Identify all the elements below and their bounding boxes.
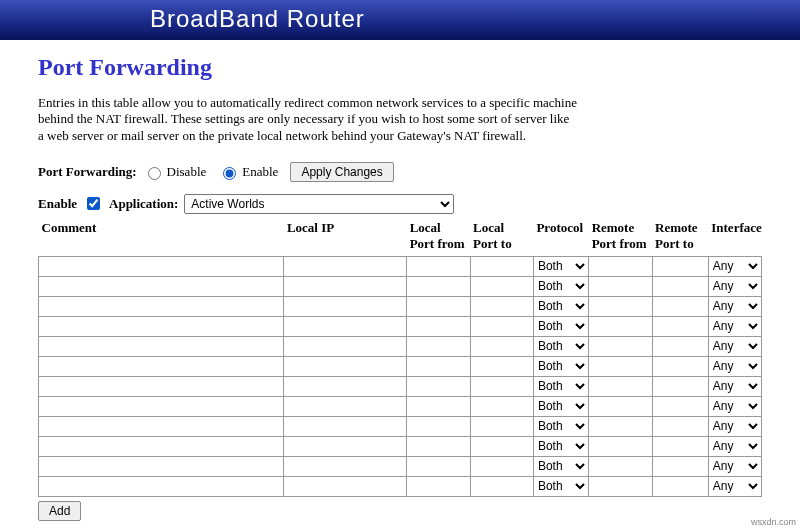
comment-input[interactable] bbox=[39, 317, 283, 336]
remote-port-from-input[interactable] bbox=[589, 477, 651, 496]
comment-input[interactable] bbox=[39, 437, 283, 456]
protocol-select[interactable]: Both bbox=[534, 398, 588, 414]
comment-input[interactable] bbox=[39, 377, 283, 396]
remote-port-from-input[interactable] bbox=[589, 297, 651, 316]
local-port-from-input[interactable] bbox=[407, 477, 469, 496]
comment-input[interactable] bbox=[39, 457, 283, 476]
local-port-to-input[interactable] bbox=[471, 317, 533, 336]
comment-input[interactable] bbox=[39, 477, 283, 496]
local-port-to-input[interactable] bbox=[471, 377, 533, 396]
interface-select[interactable]: Any bbox=[709, 318, 761, 334]
local-port-from-input[interactable] bbox=[407, 277, 469, 296]
comment-input[interactable] bbox=[39, 297, 283, 316]
remote-port-to-input[interactable] bbox=[653, 397, 708, 416]
interface-select[interactable]: Any bbox=[709, 378, 761, 394]
protocol-select[interactable]: Both bbox=[534, 478, 588, 494]
remote-port-to-input[interactable] bbox=[653, 377, 708, 396]
pf-enable-radio[interactable] bbox=[223, 167, 236, 180]
interface-select[interactable]: Any bbox=[709, 478, 761, 494]
local-ip-input[interactable] bbox=[284, 317, 406, 336]
protocol-select[interactable]: Both bbox=[534, 338, 588, 354]
interface-select[interactable]: Any bbox=[709, 298, 761, 314]
local-ip-input[interactable] bbox=[284, 437, 406, 456]
local-ip-input[interactable] bbox=[284, 277, 406, 296]
comment-input[interactable] bbox=[39, 357, 283, 376]
local-port-to-input[interactable] bbox=[471, 337, 533, 356]
local-ip-input[interactable] bbox=[284, 477, 406, 496]
interface-select[interactable]: Any bbox=[709, 438, 761, 454]
interface-select[interactable]: Any bbox=[709, 398, 761, 414]
local-port-from-input[interactable] bbox=[407, 297, 469, 316]
local-port-to-input[interactable] bbox=[471, 257, 533, 276]
remote-port-from-input[interactable] bbox=[589, 437, 651, 456]
remote-port-to-input[interactable] bbox=[653, 257, 708, 276]
protocol-select[interactable]: Both bbox=[534, 418, 588, 434]
local-port-from-input[interactable] bbox=[407, 337, 469, 356]
local-ip-input[interactable] bbox=[284, 457, 406, 476]
remote-port-to-input[interactable] bbox=[653, 457, 708, 476]
local-ip-input[interactable] bbox=[284, 377, 406, 396]
local-port-to-input[interactable] bbox=[471, 357, 533, 376]
pf-disable-radio[interactable] bbox=[148, 167, 161, 180]
local-port-to-input[interactable] bbox=[471, 277, 533, 296]
remote-port-to-input[interactable] bbox=[653, 277, 708, 296]
remote-port-from-input[interactable] bbox=[589, 277, 651, 296]
local-port-to-input[interactable] bbox=[471, 477, 533, 496]
comment-input[interactable] bbox=[39, 337, 283, 356]
local-ip-input[interactable] bbox=[284, 397, 406, 416]
comment-input[interactable] bbox=[39, 417, 283, 436]
local-ip-input[interactable] bbox=[284, 297, 406, 316]
remote-port-to-input[interactable] bbox=[653, 477, 708, 496]
local-port-to-input[interactable] bbox=[471, 297, 533, 316]
remote-port-to-input[interactable] bbox=[653, 297, 708, 316]
local-port-to-input[interactable] bbox=[471, 437, 533, 456]
protocol-select[interactable]: Both bbox=[534, 358, 588, 374]
local-port-to-input[interactable] bbox=[471, 457, 533, 476]
local-port-from-input[interactable] bbox=[407, 257, 469, 276]
local-port-from-input[interactable] bbox=[407, 397, 469, 416]
local-port-from-input[interactable] bbox=[407, 457, 469, 476]
protocol-select[interactable]: Both bbox=[534, 298, 588, 314]
comment-input[interactable] bbox=[39, 257, 283, 276]
protocol-select[interactable]: Both bbox=[534, 378, 588, 394]
comment-input[interactable] bbox=[39, 277, 283, 296]
local-port-from-input[interactable] bbox=[407, 417, 469, 436]
remote-port-from-input[interactable] bbox=[589, 337, 651, 356]
interface-select[interactable]: Any bbox=[709, 338, 761, 354]
protocol-select[interactable]: Both bbox=[534, 318, 588, 334]
local-port-from-input[interactable] bbox=[407, 357, 469, 376]
remote-port-to-input[interactable] bbox=[653, 317, 708, 336]
local-port-from-input[interactable] bbox=[407, 437, 469, 456]
pf-enable-option[interactable]: Enable bbox=[218, 164, 278, 180]
local-ip-input[interactable] bbox=[284, 257, 406, 276]
remote-port-from-input[interactable] bbox=[589, 377, 651, 396]
application-select[interactable]: Active Worlds bbox=[184, 194, 454, 214]
protocol-select[interactable]: Both bbox=[534, 278, 588, 294]
remote-port-to-input[interactable] bbox=[653, 357, 708, 376]
remote-port-to-input[interactable] bbox=[653, 337, 708, 356]
interface-select[interactable]: Any bbox=[709, 278, 761, 294]
interface-select[interactable]: Any bbox=[709, 258, 761, 274]
local-port-from-input[interactable] bbox=[407, 317, 469, 336]
local-ip-input[interactable] bbox=[284, 357, 406, 376]
interface-select[interactable]: Any bbox=[709, 418, 761, 434]
pf-disable-option[interactable]: Disable bbox=[143, 164, 207, 180]
local-port-to-input[interactable] bbox=[471, 397, 533, 416]
apply-changes-button[interactable]: Apply Changes bbox=[290, 162, 393, 182]
remote-port-from-input[interactable] bbox=[589, 257, 651, 276]
protocol-select[interactable]: Both bbox=[534, 458, 588, 474]
interface-select[interactable]: Any bbox=[709, 358, 761, 374]
local-port-to-input[interactable] bbox=[471, 417, 533, 436]
remote-port-from-input[interactable] bbox=[589, 317, 651, 336]
remote-port-from-input[interactable] bbox=[589, 357, 651, 376]
remote-port-from-input[interactable] bbox=[589, 457, 651, 476]
enable-checkbox[interactable] bbox=[87, 197, 100, 210]
comment-input[interactable] bbox=[39, 397, 283, 416]
add-button[interactable]: Add bbox=[38, 501, 81, 521]
remote-port-from-input[interactable] bbox=[589, 397, 651, 416]
local-ip-input[interactable] bbox=[284, 337, 406, 356]
local-port-from-input[interactable] bbox=[407, 377, 469, 396]
interface-select[interactable]: Any bbox=[709, 458, 761, 474]
remote-port-from-input[interactable] bbox=[589, 417, 651, 436]
protocol-select[interactable]: Both bbox=[534, 438, 588, 454]
